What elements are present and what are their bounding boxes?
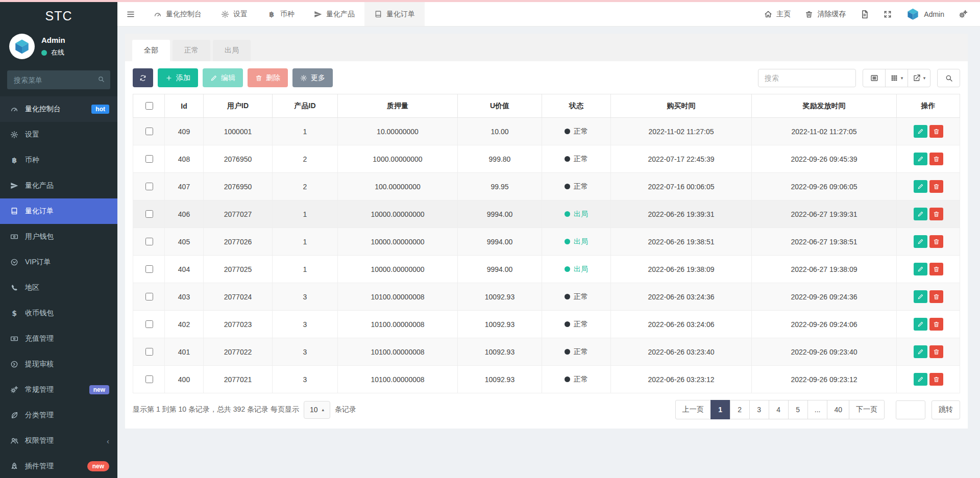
filter-tab-all[interactable]: 全部	[132, 40, 170, 61]
tab-quant-order[interactable]: 量化订单	[364, 2, 425, 26]
trash-icon	[933, 128, 940, 135]
col-user-id[interactable]: 用户ID	[204, 94, 273, 118]
search-icon[interactable]	[97, 76, 105, 83]
sidebar-item-plugin-manage[interactable]: 插件管理 new	[0, 454, 117, 478]
row-edit-button[interactable]	[914, 263, 927, 275]
fullscreen-button[interactable]	[876, 2, 899, 26]
prev-page-button[interactable]: 上一页	[675, 400, 711, 419]
table-row: 407 2076950 2 100.00000000 99.95 正常 2022…	[133, 173, 960, 200]
row-checkbox[interactable]	[145, 265, 153, 273]
row-delete-button[interactable]	[929, 373, 943, 386]
clear-cache-link[interactable]: 清除缓存	[798, 2, 853, 26]
row-edit-button[interactable]	[914, 153, 927, 165]
page-button-1[interactable]: 1	[710, 400, 730, 419]
next-page-button[interactable]: 下一页	[849, 400, 885, 419]
home-link[interactable]: 主页	[757, 2, 798, 26]
status-badge: 正常	[565, 375, 588, 384]
row-checkbox[interactable]	[145, 375, 153, 383]
col-u-value[interactable]: U价值	[458, 94, 542, 118]
log-button[interactable]	[853, 2, 876, 26]
row-checkbox[interactable]	[145, 128, 153, 135]
col-pledge[interactable]: 质押量	[338, 94, 458, 118]
col-reward-time[interactable]: 奖励发放时间	[752, 94, 897, 118]
row-delete-button[interactable]	[929, 180, 943, 193]
page-button-5[interactable]: 5	[788, 400, 808, 419]
edit-button[interactable]: 编辑	[203, 68, 243, 87]
status-dot-icon	[565, 156, 570, 162]
row-edit-button[interactable]	[914, 125, 927, 138]
config-button[interactable]	[951, 2, 975, 26]
row-checkbox[interactable]	[145, 293, 153, 300]
row-edit-button[interactable]	[914, 290, 927, 303]
tab-quant-product[interactable]: 量化产品	[304, 2, 364, 26]
sidebar-item-region[interactable]: 地区	[0, 275, 117, 300]
row-edit-button[interactable]	[914, 345, 927, 358]
row-edit-button[interactable]	[914, 180, 927, 193]
sidebar-item-quant-product[interactable]: 量化产品	[0, 173, 117, 198]
sidebar-item-vip-order[interactable]: VIP订单	[0, 249, 117, 275]
tab-settings[interactable]: 设置	[211, 2, 257, 26]
row-checkbox[interactable]	[145, 183, 153, 190]
row-checkbox[interactable]	[145, 210, 153, 218]
detail-view-button[interactable]	[863, 69, 886, 87]
cell-pledge: 10.00000000	[338, 118, 458, 145]
row-delete-button[interactable]	[929, 290, 943, 303]
col-product-id[interactable]: 产品ID	[273, 94, 338, 118]
col-id[interactable]: Id	[165, 94, 204, 118]
more-button[interactable]: 更多	[292, 68, 333, 87]
sidebar-item-permission-manage[interactable]: 权限管理 ‹	[0, 428, 117, 454]
row-checkbox[interactable]	[145, 320, 153, 328]
delete-button[interactable]: 删除	[248, 68, 288, 87]
search-button[interactable]	[937, 69, 960, 87]
row-delete-button[interactable]	[929, 263, 943, 275]
sidebar-item-currency[interactable]: ฿ 币种	[0, 147, 117, 173]
cell-reward-time: 2022-09-26 09:45:39	[752, 145, 897, 173]
page-button-3[interactable]: 3	[749, 400, 769, 419]
tab-currency[interactable]: ฿币种	[257, 2, 304, 26]
row-edit-button[interactable]	[914, 235, 927, 248]
filter-tab-normal[interactable]: 正常	[173, 40, 210, 61]
menu-search-input[interactable]	[7, 70, 110, 89]
page-button-2[interactable]: 2	[730, 400, 750, 419]
jump-page-input[interactable]	[896, 400, 925, 419]
user-menu[interactable]: Admin	[899, 2, 951, 26]
row-delete-button[interactable]	[929, 125, 943, 138]
row-delete-button[interactable]	[929, 208, 943, 220]
col-buy-time[interactable]: 购买时间	[611, 94, 752, 118]
tab-quant-console[interactable]: 量化控制台	[144, 2, 211, 26]
row-edit-button[interactable]	[914, 208, 927, 220]
sidebar-item-withdraw-review[interactable]: 提现审核	[0, 351, 117, 377]
sidebar-item-general-manage[interactable]: 常规管理 new	[0, 377, 117, 402]
sidebar-item-category-manage[interactable]: 分类管理	[0, 402, 117, 428]
row-checkbox[interactable]	[145, 238, 153, 245]
sidebar-item-settings[interactable]: 设置	[0, 122, 117, 147]
row-delete-button[interactable]	[929, 153, 943, 165]
row-delete-button[interactable]	[929, 345, 943, 358]
row-checkbox[interactable]	[145, 348, 153, 356]
select-all-checkbox[interactable]	[145, 102, 153, 110]
row-edit-button[interactable]	[914, 373, 927, 386]
row-edit-button[interactable]	[914, 318, 927, 331]
filter-tab-out[interactable]: 出局	[213, 40, 251, 61]
add-button[interactable]: 添加	[158, 68, 198, 87]
brand-logo[interactable]: STC	[0, 2, 117, 30]
hot-badge: hot	[91, 105, 109, 114]
row-checkbox[interactable]	[145, 155, 153, 163]
page-button-40[interactable]: 40	[827, 400, 849, 419]
page-button-4[interactable]: 4	[769, 400, 789, 419]
table-search-input[interactable]	[758, 69, 856, 87]
sidebar-item-quant-console[interactable]: 量化控制台 hot	[0, 96, 117, 122]
sidebar-toggle-button[interactable]	[117, 2, 144, 26]
sidebar-item-quant-order[interactable]: 量化订单	[0, 198, 117, 224]
row-delete-button[interactable]	[929, 235, 943, 248]
sidebar-item-user-wallet[interactable]: 用户钱包	[0, 224, 117, 249]
jump-button[interactable]: 跳转	[932, 400, 960, 419]
export-button[interactable]: ▾	[908, 69, 930, 87]
refresh-button[interactable]	[133, 68, 153, 87]
columns-button[interactable]: ▾	[885, 69, 908, 87]
page-size-dropdown[interactable]: 10 ▴	[304, 401, 330, 419]
row-delete-button[interactable]	[929, 318, 943, 331]
sidebar-item-recharge[interactable]: 充值管理	[0, 326, 117, 351]
sidebar-item-receive-wallet[interactable]: $ 收币钱包	[0, 300, 117, 326]
col-status[interactable]: 状态	[542, 94, 611, 118]
